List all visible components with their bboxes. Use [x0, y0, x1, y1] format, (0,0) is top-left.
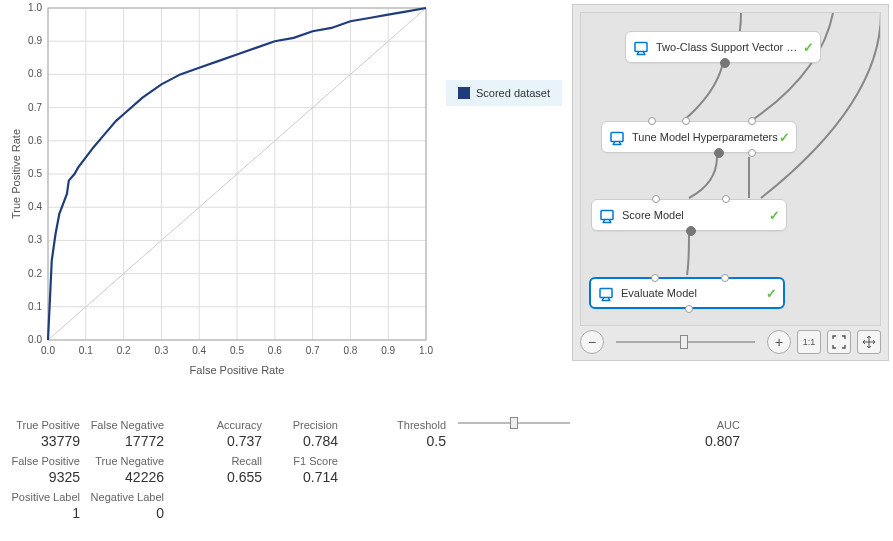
svg-text:0.6: 0.6 — [28, 135, 42, 146]
metric-label: F1 Score — [266, 455, 338, 467]
zoom-slider[interactable] — [616, 339, 755, 345]
node-label: Evaluate Model — [621, 287, 766, 299]
node-tune[interactable]: Tune Model Hyperparameters ✓ — [601, 121, 797, 153]
metric-value: 9325 — [10, 469, 80, 485]
metric-label: False Negative — [84, 419, 164, 431]
metric-fp: False Positive 9325 — [10, 455, 80, 485]
zoom-in-button[interactable]: + — [767, 330, 791, 354]
svg-text:0.5: 0.5 — [28, 168, 42, 179]
metric-pos-label: Positive Label 1 — [10, 491, 80, 521]
metric-auc: AUC 0.807 — [680, 419, 740, 449]
metric-tn: True Negative 42226 — [84, 455, 164, 485]
metric-label: False Positive — [10, 455, 80, 467]
svg-rect-50 — [601, 211, 613, 220]
svg-text:0.4: 0.4 — [192, 345, 206, 356]
roc-chart-svg: 0.00.10.20.30.40.50.60.70.80.91.00.00.10… — [8, 0, 438, 380]
metric-value: 17772 — [84, 433, 164, 449]
metric-tp: True Positive 33779 — [10, 419, 80, 449]
legend-swatch — [458, 87, 470, 99]
svg-text:0.8: 0.8 — [343, 345, 357, 356]
svg-rect-48 — [635, 43, 647, 52]
module-icon — [598, 206, 616, 224]
metric-value: 0.737 — [174, 433, 262, 449]
output-port[interactable] — [686, 226, 696, 236]
metric-fn: False Negative 17772 — [84, 419, 164, 449]
input-port[interactable] — [651, 274, 659, 282]
metric-threshold: Threshold 0.5 — [356, 419, 446, 449]
svg-text:0.2: 0.2 — [117, 345, 131, 356]
metric-accuracy: Accuracy 0.737 — [174, 419, 262, 449]
metrics-panel: True Positive 33779 False Negative 17772… — [0, 411, 893, 541]
svg-text:0.8: 0.8 — [28, 68, 42, 79]
input-port[interactable] — [722, 195, 730, 203]
svg-text:0.1: 0.1 — [79, 345, 93, 356]
module-icon — [632, 38, 650, 56]
node-label: Score Model — [622, 209, 769, 221]
metric-value: 0.655 — [174, 469, 262, 485]
legend: Scored dataset — [446, 80, 562, 106]
svg-text:0.9: 0.9 — [381, 345, 395, 356]
metric-label: AUC — [680, 419, 740, 431]
metric-neg-label: Negative Label 0 — [84, 491, 164, 521]
module-icon — [608, 128, 626, 146]
output-port[interactable] — [720, 58, 730, 68]
metric-label: True Negative — [84, 455, 164, 467]
metric-value: 42226 — [84, 469, 164, 485]
output-port[interactable] — [714, 148, 724, 158]
metric-label: Recall — [174, 455, 262, 467]
metric-label: Precision — [266, 419, 338, 431]
zoom-slider-thumb[interactable] — [680, 335, 688, 349]
zoom-actual-size-button[interactable]: 1:1 — [797, 330, 821, 354]
zoom-fit-button[interactable] — [827, 330, 851, 354]
output-port[interactable] — [685, 305, 693, 313]
pan-button[interactable] — [857, 330, 881, 354]
check-icon: ✓ — [766, 286, 777, 301]
metric-value: 0.784 — [266, 433, 338, 449]
input-port[interactable] — [721, 274, 729, 282]
svg-text:0.5: 0.5 — [230, 345, 244, 356]
svg-rect-51 — [600, 289, 612, 298]
svg-text:0.0: 0.0 — [28, 334, 42, 345]
pipeline-canvas[interactable]: Two-Class Support Vector Ma... ✓ Tune Mo… — [580, 12, 881, 326]
metric-f1: F1 Score 0.714 — [266, 455, 338, 485]
threshold-slider-thumb[interactable] — [510, 417, 518, 429]
check-icon: ✓ — [769, 208, 780, 223]
pipeline-panel: Two-Class Support Vector Ma... ✓ Tune Mo… — [572, 4, 889, 361]
svg-text:True Positive Rate: True Positive Rate — [10, 129, 22, 219]
legend-label: Scored dataset — [476, 87, 550, 99]
node-label: Two-Class Support Vector Ma... — [656, 41, 803, 53]
svg-text:1.0: 1.0 — [28, 2, 42, 13]
metric-precision: Precision 0.784 — [266, 419, 338, 449]
roc-chart: 0.00.10.20.30.40.50.60.70.80.91.00.00.10… — [8, 0, 438, 380]
input-port[interactable] — [652, 195, 660, 203]
svg-rect-49 — [611, 133, 623, 142]
svg-text:0.4: 0.4 — [28, 201, 42, 212]
node-score[interactable]: Score Model ✓ — [591, 199, 787, 231]
svg-text:0.2: 0.2 — [28, 268, 42, 279]
metric-label: Positive Label — [10, 491, 80, 503]
input-port[interactable] — [648, 117, 656, 125]
metric-label: Threshold — [356, 419, 446, 431]
metric-value: 0.5 — [356, 433, 446, 449]
metric-value: 0.807 — [680, 433, 740, 449]
node-svm[interactable]: Two-Class Support Vector Ma... ✓ — [625, 31, 821, 63]
metric-value: 1 — [10, 505, 80, 521]
svg-text:1.0: 1.0 — [419, 345, 433, 356]
node-evaluate[interactable]: Evaluate Model ✓ — [589, 277, 785, 309]
metric-value: 33779 — [10, 433, 80, 449]
svg-text:0.6: 0.6 — [268, 345, 282, 356]
threshold-slider[interactable] — [458, 417, 570, 429]
zoom-out-button[interactable]: − — [580, 330, 604, 354]
metric-label: Negative Label — [84, 491, 164, 503]
zoom-bar: − + 1:1 — [580, 328, 881, 356]
output-port[interactable] — [748, 149, 756, 157]
svg-text:0.7: 0.7 — [306, 345, 320, 356]
svg-text:0.9: 0.9 — [28, 35, 42, 46]
svg-text:0.0: 0.0 — [41, 345, 55, 356]
input-port[interactable] — [682, 117, 690, 125]
input-port[interactable] — [748, 117, 756, 125]
metric-label: True Positive — [10, 419, 80, 431]
metric-value: 0 — [84, 505, 164, 521]
metric-label: Accuracy — [174, 419, 262, 431]
module-icon — [597, 284, 615, 302]
